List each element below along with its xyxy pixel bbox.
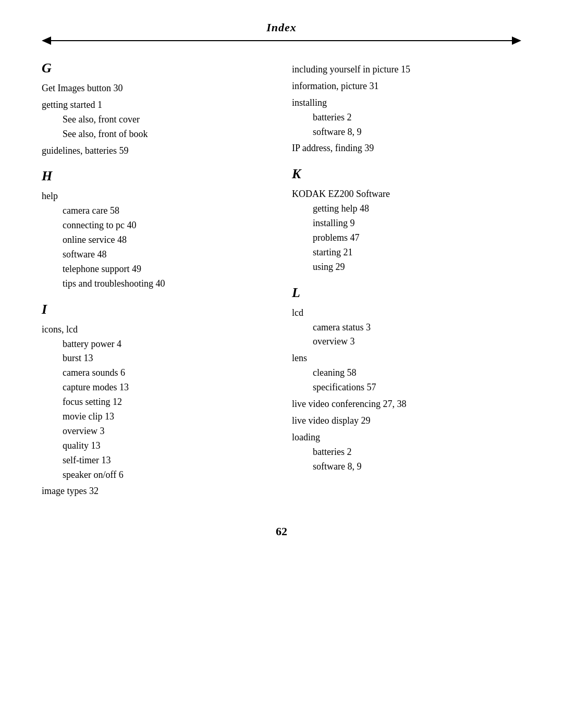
index-entry: speaker on/off 6 [42,468,271,483]
index-entry: starting 21 [292,245,521,260]
index-entry: battery power 4 [42,337,271,352]
index-entry: camera sounds 6 [42,366,271,380]
header-title: Index [42,21,521,34]
header-rule [51,40,512,41]
index-entry: See also, front cover [42,113,271,127]
section-letter-k: K [292,166,521,182]
index-entry: live video display 29 [292,414,521,428]
index-entry: image types 32 [42,484,271,499]
index-entry: using 29 [292,260,521,275]
index-columns: GGet Images button 30getting started 1Se… [42,60,521,499]
index-entry: tips and troubleshooting 40 [42,277,271,291]
index-entry: online service 48 [42,233,271,248]
index-entry: specifications 57 [292,380,521,395]
section-letter-g: G [42,60,271,76]
index-entry: Get Images button 30 [42,81,271,96]
index-entry: information, picture 31 [292,79,521,94]
index-entry: lens [292,351,521,366]
page-header: Index [42,21,521,45]
index-entry: batteries 2 [292,445,521,460]
index-entry: problems 47 [292,231,521,245]
section-letter-i: I [42,302,271,317]
left-arrow-icon [42,36,51,45]
index-entry: batteries 2 [292,110,521,125]
index-entry: including yourself in picture 15 [292,63,521,77]
index-entry: getting started 1 [42,98,271,113]
index-entry: help [42,189,271,204]
index-entry: movie clip 13 [42,410,271,424]
index-entry: burst 13 [42,351,271,366]
index-entry: telephone support 49 [42,262,271,277]
page: Index GGet Images button 30getting start… [0,0,563,728]
index-entry: live video conferencing 27, 38 [292,397,521,412]
index-entry: See also, front of book [42,127,271,142]
index-entry: KODAK EZ200 Software [292,187,521,202]
section-letter-l: L [292,285,521,301]
right-arrow-icon [512,36,521,45]
header-rule-container [42,36,521,45]
index-entry: lcd [292,306,521,320]
index-entry: software 8, 9 [292,460,521,474]
section-letter-h: H [42,168,271,184]
index-entry: quality 13 [42,439,271,453]
index-entry: software 48 [42,248,271,262]
index-entry: overview 3 [42,424,271,439]
index-entry: overview 3 [292,335,521,349]
index-entry: camera care 58 [42,204,271,218]
index-entry: guidelines, batteries 59 [42,144,271,158]
index-entry: self-timer 13 [42,453,271,468]
index-entry: connecting to pc 40 [42,218,271,233]
page-number: 62 [42,525,521,538]
index-entry: camera status 3 [292,320,521,335]
index-entry: loading [292,430,521,445]
index-entry: getting help 48 [292,202,521,216]
index-entry: focus setting 12 [42,395,271,410]
index-entry: capture modes 13 [42,380,271,395]
index-entry: installing 9 [292,216,521,231]
index-entry: cleaning 58 [292,366,521,380]
index-entry: installing [292,96,521,110]
index-entry: software 8, 9 [292,125,521,140]
left-column: GGet Images button 30getting started 1Se… [42,60,271,499]
index-entry: icons, lcd [42,323,271,337]
index-entry: IP address, finding 39 [292,141,521,156]
right-column: including yourself in picture 15informat… [292,60,521,499]
